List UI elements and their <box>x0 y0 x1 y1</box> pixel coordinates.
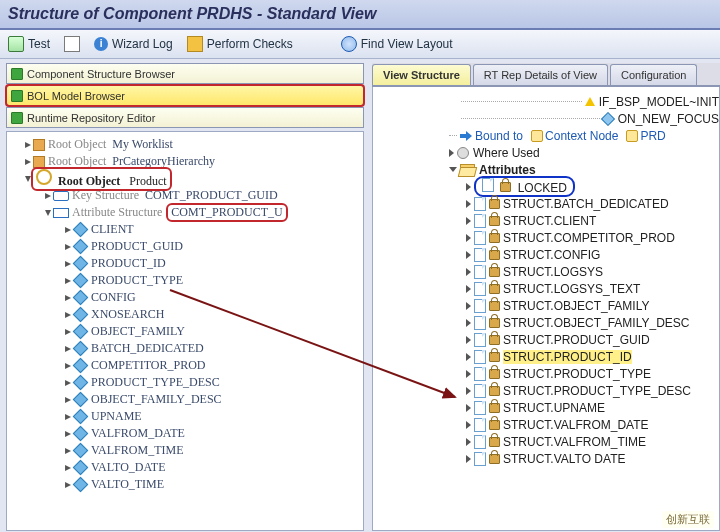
tree-row-attr-struct[interactable]: ▾ Attribute Structure COMT_PRODUCT_U <box>9 204 361 221</box>
tree-attr-client[interactable]: ▸CLIENT <box>9 221 361 238</box>
tab-configuration[interactable]: Configuration <box>610 64 697 85</box>
tree-attr-competitor_prod[interactable]: ▸COMPETITOR_PROD <box>9 357 361 374</box>
wizard-log-label: Wizard Log <box>112 37 173 51</box>
document-icon <box>64 36 80 52</box>
attr-label: PRODUCT_GUID <box>91 239 183 254</box>
test-icon <box>8 36 24 52</box>
struct-row[interactable]: STRUCT.LOGSYS <box>381 263 719 280</box>
gear-icon <box>457 147 469 159</box>
tree-attr-valto_time[interactable]: ▸VALTO_TIME <box>9 476 361 493</box>
struct-row[interactable]: STRUCT.PRODUCT_ID <box>381 348 719 365</box>
folder-open-icon <box>460 164 475 175</box>
attr-label: XNOSEARCH <box>91 307 164 322</box>
tree-row-key[interactable]: ▸ Key Structure COMT_PRODUCT_GUID <box>9 187 361 204</box>
struct-row[interactable]: STRUCT.LOGSYS_TEXT <box>381 280 719 297</box>
struct-row[interactable]: STRUCT.PRODUCT_TYPE <box>381 365 719 382</box>
struct-row[interactable]: STRUCT.BATCH_DEDICATED <box>381 195 719 212</box>
lock-icon <box>489 284 500 294</box>
tree-attr-valto_date[interactable]: ▸VALTO_DATE <box>9 459 361 476</box>
perform-checks-label: Perform Checks <box>207 37 293 51</box>
struct-row[interactable]: STRUCT.VALFROM_TIME <box>381 433 719 450</box>
tab-bar: View Structure RT Rep Details of View Co… <box>372 63 720 87</box>
tree-attr-object_family_desc[interactable]: ▸OBJECT_FAMILY_DESC <box>9 391 361 408</box>
panel-bol-model[interactable]: BOL Model Browser <box>6 85 364 106</box>
tree-attr-config[interactable]: ▸CONFIG <box>9 289 361 306</box>
caret-down-icon <box>449 167 457 172</box>
tab-view-structure[interactable]: View Structure <box>372 64 471 85</box>
struct-row[interactable]: STRUCT.COMPETITOR_PROD <box>381 229 719 246</box>
perform-checks-button[interactable]: Perform Checks <box>187 36 293 52</box>
tree-attr-product_type_desc[interactable]: ▸PRODUCT_TYPE_DESC <box>9 374 361 391</box>
caret-right-icon <box>466 387 471 395</box>
caret-right-icon <box>466 200 471 208</box>
tree-attr-xnosearch[interactable]: ▸XNOSEARCH <box>9 306 361 323</box>
lock-icon <box>489 386 500 396</box>
body: Component Structure Browser BOL Model Br… <box>0 59 720 532</box>
struct-label: STRUCT.OBJECT_FAMILY_DESC <box>503 316 689 330</box>
tree-attr-product_id[interactable]: ▸PRODUCT_ID <box>9 255 361 272</box>
lock-icon <box>489 352 500 362</box>
struct-label: STRUCT.VALTO DATE <box>503 452 625 466</box>
attr-label: PRODUCT_TYPE <box>91 273 183 288</box>
struct-label: STRUCT.CLIENT <box>503 214 596 228</box>
tree-attr-object_family[interactable]: ▸OBJECT_FAMILY <box>9 323 361 340</box>
panel-runtime-repo[interactable]: Runtime Repository Editor <box>6 107 364 128</box>
attribute-icon <box>73 256 89 272</box>
panel-component-structure[interactable]: Component Structure Browser <box>6 63 364 84</box>
tree-attr-batch_dedicated[interactable]: ▸BATCH_DEDICATED <box>9 340 361 357</box>
wizard-log-button[interactable]: i Wizard Log <box>94 37 173 51</box>
tree-row[interactable]: ON_NEW_FOCUS <box>381 110 719 127</box>
struct-row[interactable]: STRUCT.VALFROM_DATE <box>381 416 719 433</box>
struct-row[interactable]: STRUCT.PRODUCT_TYPE_DESC <box>381 382 719 399</box>
tree-row-bound[interactable]: Bound to Context Node PRD <box>381 127 719 144</box>
attribute-icon <box>73 222 89 238</box>
struct-row[interactable]: STRUCT.CLIENT <box>381 212 719 229</box>
caret-right-icon <box>466 302 471 310</box>
window-title-text: Structure of Component PRDHS - Standard … <box>8 5 376 23</box>
lock-icon <box>489 403 500 413</box>
attr-label: VALFROM_TIME <box>91 443 183 458</box>
struct-row[interactable]: STRUCT.OBJECT_FAMILY <box>381 297 719 314</box>
tree-attr-product_type[interactable]: ▸PRODUCT_TYPE <box>9 272 361 289</box>
tree-attr-valfrom_date[interactable]: ▸VALFROM_DATE <box>9 425 361 442</box>
panel-label: Component Structure Browser <box>27 65 175 83</box>
page-icon <box>474 452 486 466</box>
caret-right-icon <box>466 421 471 429</box>
locked-label: LOCKED <box>518 181 567 195</box>
struct-row[interactable]: STRUCT.OBJECT_FAMILY_DESC <box>381 314 719 331</box>
tree-row-where-used[interactable]: Where Used <box>381 144 719 161</box>
tree-attr-upname[interactable]: ▸UPNAME <box>9 408 361 425</box>
caret-right-icon <box>466 217 471 225</box>
tree-row-product[interactable]: ▾ Root Object Product <box>9 170 361 187</box>
tab-rt-rep[interactable]: RT Rep Details of View <box>473 64 608 85</box>
struct-row[interactable]: STRUCT.VALTO DATE <box>381 450 719 467</box>
attribute-icon <box>73 409 89 425</box>
struct-row[interactable]: STRUCT.PRODUCT_GUID <box>381 331 719 348</box>
attribute-icon <box>73 460 89 476</box>
tree-row-locked[interactable]: LOCKED <box>381 178 719 195</box>
struct-label: STRUCT.UPNAME <box>503 401 605 415</box>
find-icon <box>341 36 357 52</box>
test-button[interactable]: Test <box>8 36 50 52</box>
tree-row[interactable]: ▸ Root Object PrCategoryHierarchy <box>9 153 361 170</box>
attribute-icon <box>73 239 89 255</box>
struct-label: STRUCT.PRODUCT_TYPE_DESC <box>503 384 691 398</box>
tree-row[interactable]: IF_BSP_MODEL~INIT <box>381 93 719 110</box>
find-layout-label: Find View Layout <box>361 37 453 51</box>
attr-label: BATCH_DEDICATED <box>91 341 204 356</box>
edit-button[interactable] <box>64 36 80 52</box>
caret-right-icon <box>466 285 471 293</box>
tree-attr-product_guid[interactable]: ▸PRODUCT_GUID <box>9 238 361 255</box>
struct-row[interactable]: STRUCT.UPNAME <box>381 399 719 416</box>
attr-label: VALTO_TIME <box>91 477 164 492</box>
panel-label: BOL Model Browser <box>27 87 125 105</box>
toolbar: Test i Wizard Log Perform Checks Find Vi… <box>0 30 720 59</box>
struct-icon <box>53 208 69 218</box>
attr-label: UPNAME <box>91 409 142 424</box>
struct-row[interactable]: STRUCT.CONFIG <box>381 246 719 263</box>
root-label: Root Object <box>58 174 120 188</box>
find-layout-button[interactable]: Find View Layout <box>341 36 453 52</box>
tree-attr-valfrom_time[interactable]: ▸VALFROM_TIME <box>9 442 361 459</box>
tree-row[interactable]: ▸ Root Object My Worklist <box>9 136 361 153</box>
warn-icon <box>585 97 595 106</box>
